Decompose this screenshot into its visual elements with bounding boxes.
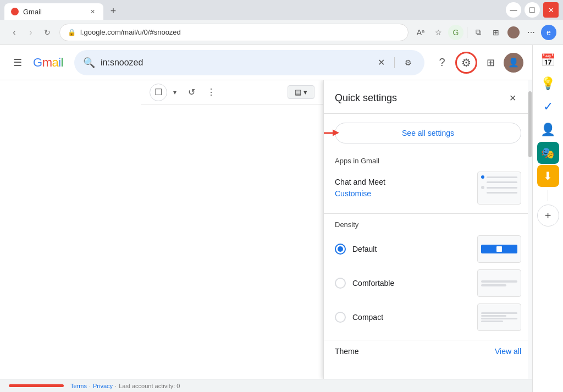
density-compact-preview: [477, 303, 521, 331]
browser-tab[interactable]: Gmail ✕: [4, 3, 103, 20]
see-all-settings-button[interactable]: See all settings: [335, 123, 521, 143]
restore-button[interactable]: ☐: [525, 2, 540, 18]
arrow-annotation: [323, 132, 335, 134]
minimize-button[interactable]: —: [506, 2, 521, 18]
star-icon[interactable]: ☆: [430, 25, 446, 40]
select-dropdown-icon[interactable]: ▾: [169, 87, 180, 98]
refresh-button[interactable]: ↺: [183, 84, 200, 101]
help-button[interactable]: ?: [431, 52, 453, 74]
density-default-radio[interactable]: [335, 244, 346, 255]
apps-grid-button[interactable]: ⊞: [479, 52, 501, 74]
mail-toolbar: ☐ ▾ ↺ ⋮ ▤ ▾: [141, 80, 323, 104]
split-view-icon[interactable]: ⧉: [471, 25, 486, 40]
theme-label: Theme: [335, 347, 359, 356]
footer: Terms · Privacy · Last account activity:…: [0, 379, 532, 392]
quick-settings-panel: Quick settings ✕ See all settings Apps i: [323, 80, 532, 379]
flapit-icon[interactable]: 🎭: [537, 142, 559, 164]
apps-section: Apps in Gmail Chat and Meet Customise: [324, 152, 532, 214]
view-dropdown-icon: ▾: [303, 88, 307, 96]
gmail-sidebar: [0, 80, 141, 379]
keep-icon[interactable]: 💡: [537, 73, 559, 95]
footer-terms[interactable]: Terms: [70, 383, 87, 389]
density-comfortable-row: Comfortable: [335, 269, 521, 297]
close-window-button[interactable]: ✕: [543, 2, 559, 18]
density-default-preview: [477, 235, 521, 263]
profile-icon[interactable]: [506, 25, 521, 40]
view-button[interactable]: ▤ ▾: [288, 85, 314, 99]
apps-labels: Chat and Meet Customise: [335, 178, 385, 198]
read-mode-icon[interactable]: Aᵃ: [413, 25, 428, 40]
density-default-row: Default: [335, 235, 521, 263]
panel-title: Quick settings: [335, 92, 397, 104]
reload-button[interactable]: ↻: [40, 25, 55, 40]
more-options-icon[interactable]: ⋯: [523, 25, 539, 40]
apps-row: Chat and Meet Customise: [335, 172, 521, 205]
storage-bar: [9, 384, 64, 387]
sidebar-divider: [548, 190, 548, 201]
download-icon[interactable]: ⬇: [537, 165, 559, 187]
scrollbar-thumb[interactable]: [528, 91, 532, 157]
density-section: Density Default: [324, 214, 532, 340]
search-icon: 🔍: [83, 57, 95, 69]
theme-view-all-link[interactable]: View all: [495, 347, 521, 356]
add-app-button[interactable]: +: [537, 205, 559, 227]
settings-button[interactable]: ⚙: [455, 52, 477, 74]
chat-meet-preview: [477, 172, 521, 205]
tasks-icon[interactable]: ✓: [537, 96, 559, 118]
close-tab-button[interactable]: ✕: [88, 7, 97, 16]
mail-list: [141, 104, 323, 324]
view-icon: ▤: [295, 88, 301, 96]
gmail-logo: Gmail: [33, 56, 63, 70]
more-actions-button[interactable]: ⋮: [202, 84, 220, 101]
density-comfortable-radio[interactable]: [335, 278, 346, 289]
search-clear-button[interactable]: ✕: [373, 55, 389, 70]
footer-sep2: ·: [115, 383, 117, 389]
forward-button[interactable]: ›: [23, 25, 38, 40]
address-bar[interactable]: 🔒 l.google.com/mail/u/0/#snoozed: [59, 24, 409, 41]
select-all-checkbox[interactable]: ☐: [150, 84, 167, 101]
new-tab-button[interactable]: +: [106, 3, 121, 19]
calendar-icon[interactable]: 📅: [537, 49, 559, 71]
density-comfortable-label: Comfortable: [352, 279, 471, 288]
search-options-icon[interactable]: ⚙: [400, 55, 416, 70]
tab-title: Gmail: [23, 8, 42, 16]
theme-section: Theme View all: [324, 340, 532, 365]
panel-close-button[interactable]: ✕: [504, 89, 521, 107]
see-all-settings-container: See all settings: [335, 123, 521, 143]
menu-icon[interactable]: ☰: [9, 54, 26, 71]
back-button[interactable]: ‹: [7, 25, 22, 40]
right-sidebar: 📅 💡 ✓ 👤 🎭 ⬇ +: [532, 45, 563, 392]
screenshot-icon[interactable]: ⊞: [488, 25, 504, 40]
footer-sep1: ·: [89, 383, 91, 389]
scrollbar-track: [528, 80, 532, 379]
apps-section-title: Apps in Gmail: [335, 157, 521, 165]
tab-favicon: [11, 8, 19, 15]
user-avatar[interactable]: 👤: [504, 53, 523, 73]
search-value: in:snoozed: [101, 58, 368, 68]
customise-link[interactable]: Customise: [335, 189, 371, 198]
chat-meet-label: Chat and Meet: [335, 178, 385, 186]
density-default-label: Default: [352, 245, 471, 253]
panel-header: Quick settings ✕: [324, 80, 532, 114]
density-title: Density: [335, 220, 521, 229]
density-compact-label: Compact: [352, 313, 471, 322]
footer-activity: Last account activity: 0: [119, 383, 180, 389]
density-compact-row: Compact: [335, 303, 521, 331]
grammarly-icon[interactable]: G: [448, 25, 463, 40]
mail-area: ☐ ▾ ↺ ⋮ ▤ ▾: [141, 80, 323, 379]
url-display: l.google.com/mail/u/0/#snoozed: [80, 28, 400, 36]
edge-icon[interactable]: e: [541, 25, 556, 40]
density-comfortable-preview: [477, 269, 521, 297]
contacts-icon[interactable]: 👤: [537, 119, 559, 141]
density-compact-radio[interactable]: [335, 312, 346, 323]
footer-privacy[interactable]: Privacy: [93, 383, 113, 389]
search-box[interactable]: 🔍 in:snoozed ✕ ⚙: [74, 50, 424, 75]
